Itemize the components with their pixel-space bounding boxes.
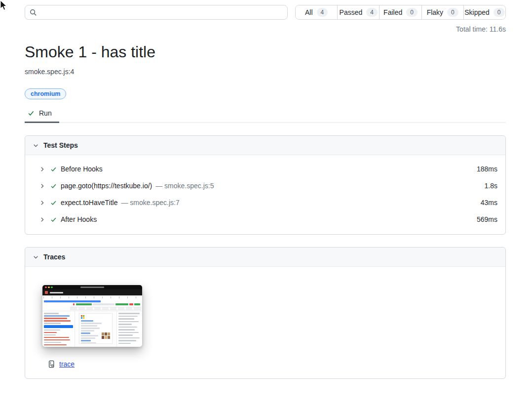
step-duration: 43ms xyxy=(481,199,497,207)
step-duration: 1.8s xyxy=(485,182,497,190)
chevron-right-icon xyxy=(39,200,45,206)
mouse-cursor-icon xyxy=(0,0,8,11)
check-icon xyxy=(28,110,35,117)
trace-attachment-row: trace xyxy=(48,360,497,368)
step-location: — smoke.spec.js:7 xyxy=(121,199,179,207)
panel-title: Test Steps xyxy=(43,141,78,149)
check-icon xyxy=(50,200,57,206)
traces-panel-header[interactable]: Traces xyxy=(25,248,505,267)
test-steps-panel-header[interactable]: Test Steps xyxy=(25,136,505,155)
check-icon xyxy=(50,183,57,189)
chevron-right-icon xyxy=(39,217,45,222)
filter-tab-group: All 4 Passed 4 Failed 0 Flaky 0 Skipped … xyxy=(295,5,506,20)
step-location: — smoke.spec.js:5 xyxy=(155,182,214,190)
step-row-after-hooks[interactable]: After Hooks 569ms xyxy=(25,211,505,228)
chevron-right-icon xyxy=(39,183,45,189)
run-tab-strip: Run xyxy=(25,106,506,123)
filter-label: Passed xyxy=(340,8,363,16)
project-badge-chromium[interactable]: chromium xyxy=(25,88,66,99)
report-page: All 4 Passed 4 Failed 0 Flaky 0 Skipped … xyxy=(25,0,506,379)
trace-link[interactable]: trace xyxy=(59,360,75,368)
step-title: After Hooks xyxy=(61,215,97,223)
traces-panel-body: trace xyxy=(25,267,505,378)
filter-tab-flaky[interactable]: Flaky 0 xyxy=(422,5,464,19)
chevron-down-icon xyxy=(33,143,38,148)
trace-thumb-main xyxy=(42,311,142,347)
test-steps-list: Before Hooks 188ms page.goto(https://tes… xyxy=(25,155,505,234)
filter-tab-failed[interactable]: Failed 0 xyxy=(380,5,421,19)
step-row-expect-tohavetitle[interactable]: expect.toHaveTitle — smoke.spec.js:7 43m… xyxy=(25,194,505,211)
step-duration: 188ms xyxy=(477,165,497,173)
traces-panel: Traces xyxy=(25,247,506,379)
filter-count-badge: 0 xyxy=(447,8,458,17)
filter-count-badge: 0 xyxy=(406,8,418,17)
tab-run-label: Run xyxy=(39,109,52,117)
step-title: expect.toHaveTitle xyxy=(61,199,117,207)
step-duration: 569ms xyxy=(477,215,497,223)
trace-thumb-toolbar xyxy=(42,290,142,295)
chevron-down-icon xyxy=(33,254,38,260)
filter-label: Skipped xyxy=(464,8,490,16)
trace-thumbnail[interactable] xyxy=(42,285,142,347)
filter-tab-passed[interactable]: Passed 4 xyxy=(338,5,380,19)
trace-thumb-titlebar xyxy=(42,285,142,290)
check-icon xyxy=(50,166,57,172)
page-title: Smoke 1 - has title xyxy=(25,43,506,61)
step-title: Before Hooks xyxy=(61,165,103,173)
mini-photo-grid xyxy=(102,332,110,339)
filter-count-badge: 4 xyxy=(366,8,378,17)
panel-title: Traces xyxy=(43,253,65,261)
step-row-before-hooks[interactable]: Before Hooks 188ms xyxy=(25,161,505,177)
search-box[interactable] xyxy=(25,5,288,20)
step-title: page.goto(https://testkube.io/) xyxy=(61,182,152,190)
trace-thumb-screenshot xyxy=(75,311,116,347)
total-time-label: Total time: 11.6s xyxy=(25,25,506,33)
trace-thumb-log-list xyxy=(116,311,142,347)
filter-count-badge: 0 xyxy=(494,8,505,17)
check-icon xyxy=(50,216,57,223)
test-steps-panel: Test Steps Before Hooks 188ms page.goto(… xyxy=(25,135,506,235)
search-icon xyxy=(30,9,37,16)
tab-run[interactable]: Run xyxy=(25,106,59,123)
filter-label: All xyxy=(305,8,313,16)
step-row-page-goto[interactable]: page.goto(https://testkube.io/) — smoke.… xyxy=(25,177,505,194)
filter-tab-skipped[interactable]: Skipped 0 xyxy=(464,5,505,19)
top-bar: All 4 Passed 4 Failed 0 Flaky 0 Skipped … xyxy=(25,0,506,20)
search-input[interactable] xyxy=(40,8,283,17)
trace-thumb-timeline xyxy=(42,295,142,311)
test-file-location: smoke.spec.js:4 xyxy=(25,68,506,76)
filter-tab-all[interactable]: All 4 xyxy=(296,5,338,19)
filter-label: Failed xyxy=(383,8,402,16)
filter-label: Flaky xyxy=(427,8,443,16)
trace-file-icon xyxy=(48,360,55,368)
trace-thumb-actions-list xyxy=(42,311,75,347)
chevron-right-icon xyxy=(39,166,45,172)
mini-logo xyxy=(81,315,111,319)
filter-count-badge: 4 xyxy=(317,8,328,17)
